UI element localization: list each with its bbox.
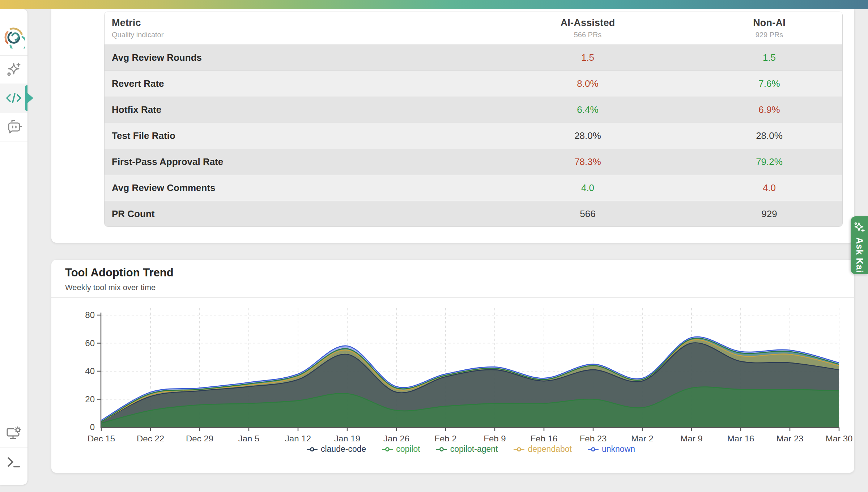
table-row: Hotfix Rate6.4%6.9% bbox=[105, 97, 842, 123]
metric-non-ai-value: 1.5 bbox=[696, 52, 842, 63]
metric-non-ai-value: 28.0% bbox=[696, 130, 842, 141]
table-row: Test File Ratio28.0%28.0% bbox=[105, 123, 842, 149]
tool-adoption-chart: 020406080Dec 15Dec 22Dec 29Jan 5Jan 12Ja… bbox=[51, 299, 854, 441]
ask-kai-label: Ask Kai bbox=[854, 237, 865, 273]
y-tick-label: 80 bbox=[85, 310, 95, 320]
metric-ai-value: 78.3% bbox=[479, 156, 696, 167]
sidebar bbox=[0, 9, 27, 485]
legend-item-claude-code[interactable]: claude-code bbox=[307, 444, 366, 454]
y-tick-label: 40 bbox=[85, 366, 95, 376]
metric-row-label: Test File Ratio bbox=[105, 130, 479, 141]
legend-marker-icon bbox=[514, 447, 524, 451]
table-header-row: Metric Quality indicator AI-Assisted 566… bbox=[105, 12, 842, 44]
non-ai-column-title: Non-AI bbox=[696, 17, 842, 29]
non-ai-column-subtitle: 929 PRs bbox=[696, 31, 842, 39]
terminal-icon bbox=[5, 455, 22, 469]
legend-marker-icon bbox=[588, 447, 599, 451]
metric-row-label: First-Pass Approval Rate bbox=[105, 156, 479, 167]
chart-divider bbox=[51, 297, 854, 298]
x-tick-label: Mar 9 bbox=[680, 434, 702, 441]
table-header-ai: AI-Assisted 566 PRs bbox=[479, 17, 696, 39]
sidebar-item-system[interactable] bbox=[0, 419, 27, 448]
sidebar-item-terminal[interactable] bbox=[0, 448, 27, 476]
legend-label: claude-code bbox=[321, 444, 366, 454]
y-tick-label: 20 bbox=[85, 394, 95, 404]
legend-label: copilot-agent bbox=[450, 444, 498, 454]
table-header-metric: Metric Quality indicator bbox=[105, 17, 479, 39]
metric-ai-value: 566 bbox=[479, 208, 696, 220]
sidebar-item-assistant[interactable] bbox=[0, 112, 27, 141]
app-logo[interactable] bbox=[0, 20, 27, 54]
metric-ai-value: 1.5 bbox=[479, 52, 696, 63]
ask-kai-button[interactable]: Ask Kai bbox=[851, 216, 868, 274]
x-tick-label: Mar 23 bbox=[776, 434, 804, 441]
y-tick-label: 0 bbox=[90, 422, 95, 432]
table-row: Avg Review Comments4.04.0 bbox=[105, 175, 842, 201]
x-tick-label: Jan 12 bbox=[285, 434, 311, 441]
metrics-table: Metric Quality indicator AI-Assisted 566… bbox=[104, 12, 843, 227]
x-tick-label: Mar 2 bbox=[631, 434, 653, 441]
legend-label: unknown bbox=[602, 444, 635, 454]
x-tick-label: Dec 29 bbox=[186, 434, 213, 441]
x-tick-label: Jan 26 bbox=[383, 434, 409, 441]
metric-ai-value: 8.0% bbox=[479, 78, 696, 89]
legend-marker-icon bbox=[436, 447, 447, 451]
swirl-logo-icon bbox=[3, 26, 25, 48]
metric-row-label: PR Count bbox=[105, 208, 479, 220]
tool-adoption-card: Tool Adoption Trend Weekly tool mix over… bbox=[51, 260, 854, 473]
legend-label: copilot bbox=[396, 444, 420, 454]
metric-non-ai-value: 79.2% bbox=[696, 156, 842, 167]
sparkle-plus-icon bbox=[853, 221, 865, 234]
table-row: First-Pass Approval Rate78.3%79.2% bbox=[105, 149, 842, 175]
ai-column-subtitle: 566 PRs bbox=[479, 31, 696, 39]
x-tick-label: Jan 5 bbox=[238, 434, 260, 441]
sidebar-divider bbox=[0, 141, 27, 141]
sidebar-item-insights[interactable] bbox=[0, 55, 27, 84]
legend-item-copilot-agent[interactable]: copilot-agent bbox=[436, 444, 498, 454]
code-icon bbox=[5, 92, 22, 105]
x-tick-label: Jan 19 bbox=[334, 434, 360, 441]
x-tick-label: Feb 2 bbox=[434, 434, 456, 441]
legend-marker-icon bbox=[382, 447, 393, 451]
metric-row-label: Avg Review Rounds bbox=[105, 52, 479, 63]
metric-ai-value: 28.0% bbox=[479, 130, 696, 141]
x-tick-label: Dec 15 bbox=[88, 434, 115, 441]
table-body: Avg Review Rounds1.51.5Revert Rate8.0%7.… bbox=[105, 44, 842, 227]
legend-label: dependabot bbox=[528, 444, 572, 454]
sparkle-insights-icon bbox=[6, 62, 22, 77]
table-header-non-ai: Non-AI 929 PRs bbox=[696, 17, 842, 39]
legend-item-copilot[interactable]: copilot bbox=[382, 444, 420, 454]
metric-column-subtitle: Quality indicator bbox=[112, 31, 479, 39]
bot-chat-icon bbox=[5, 118, 22, 135]
monitor-gear-icon bbox=[5, 425, 22, 441]
metric-non-ai-value: 7.6% bbox=[696, 78, 842, 89]
metric-non-ai-value: 4.0 bbox=[696, 182, 842, 194]
table-row: Avg Review Rounds1.51.5 bbox=[105, 44, 842, 71]
x-tick-label: Feb 16 bbox=[531, 434, 558, 441]
metric-row-label: Avg Review Comments bbox=[105, 182, 479, 194]
metric-non-ai-value: 929 bbox=[696, 208, 842, 220]
active-indicator-arrow bbox=[27, 93, 33, 103]
x-tick-label: Mar 16 bbox=[727, 434, 754, 441]
legend-marker-icon bbox=[307, 447, 318, 451]
x-tick-label: Mar 30 bbox=[826, 434, 853, 441]
top-gradient-bar bbox=[0, 0, 868, 9]
sidebar-item-code[interactable] bbox=[0, 84, 27, 112]
table-row: PR Count566929 bbox=[105, 201, 842, 227]
metric-ai-value: 6.4% bbox=[479, 104, 696, 115]
table-row: Revert Rate8.0%7.6% bbox=[105, 71, 842, 97]
x-tick-label: Feb 23 bbox=[580, 434, 607, 441]
metric-row-label: Hotfix Rate bbox=[105, 104, 479, 115]
y-tick-label: 60 bbox=[85, 338, 95, 348]
chart-legend: claude-codecopilotcopilot-agentdependabo… bbox=[102, 444, 840, 454]
metric-column-title: Metric bbox=[112, 17, 479, 29]
metric-non-ai-value: 6.9% bbox=[696, 104, 842, 115]
metric-row-label: Revert Rate bbox=[105, 78, 479, 89]
ai-column-title: AI-Assisted bbox=[479, 17, 696, 29]
metric-ai-value: 4.0 bbox=[479, 182, 696, 194]
chart-title: Tool Adoption Trend bbox=[65, 266, 174, 279]
chart-subtitle: Weekly tool mix over time bbox=[65, 283, 156, 292]
legend-item-dependabot[interactable]: dependabot bbox=[514, 444, 572, 454]
x-tick-label: Feb 9 bbox=[484, 434, 506, 441]
legend-item-unknown[interactable]: unknown bbox=[588, 444, 635, 454]
